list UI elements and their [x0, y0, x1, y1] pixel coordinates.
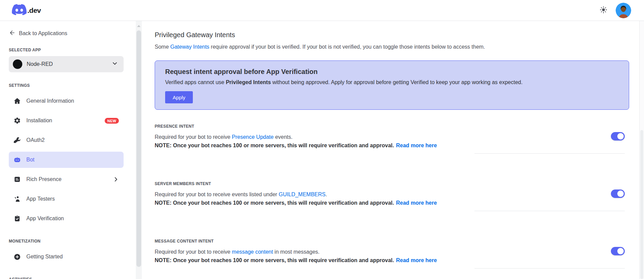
presence-intent-toggle[interactable] [611, 132, 625, 141]
chevron-right-icon [113, 176, 119, 182]
sidebar-item-label: OAuth2 [26, 137, 45, 143]
sidebar-item-label: App Testers [26, 196, 55, 202]
app-selector-dropdown[interactable]: Node-RED [9, 56, 124, 72]
sidebar-item-bot[interactable]: Bot [9, 152, 124, 168]
page-scrollbar[interactable] [639, 21, 644, 279]
sidebar-item-app-verification[interactable]: App Verification [9, 210, 124, 227]
read-more-link[interactable]: Read more here [396, 257, 437, 263]
user-avatar[interactable] [616, 3, 631, 18]
intent-note: NOTE: Once your bot reaches 100 or more … [155, 199, 629, 207]
sidebar-scrollbar-thumb[interactable] [136, 30, 141, 267]
sidebar-item-general-information[interactable]: General Information [9, 93, 124, 109]
settings-nav: General Information Installation NEW OAu… [9, 93, 124, 227]
chevron-down-icon [111, 60, 118, 68]
theme-toggle-button[interactable] [599, 6, 608, 15]
guild-members-link[interactable]: GUILD_MEMBERS [279, 192, 326, 197]
intent-description: Required for your bot to receive message… [155, 248, 629, 256]
gateway-intents-link[interactable]: Gateway Intents [170, 44, 209, 50]
intent-label: PRESENCE INTENT [155, 124, 629, 129]
sidebar-item-label: General Information [26, 98, 74, 104]
server-members-intent-section: SERVER MEMBERS INTENT Required for your … [155, 181, 629, 211]
app-avatar [13, 59, 22, 69]
sidebar-item-rich-presence[interactable]: Rich Presence [9, 171, 124, 187]
discord-developer-portal: .dev Back to Applications SELECTED APP [0, 0, 644, 279]
discord-dev-logo[interactable]: .dev [12, 4, 41, 17]
sidebar-item-label: Rich Presence [26, 176, 61, 182]
read-more-link[interactable]: Read more here [396, 143, 437, 148]
message-content-intent-section: MESSAGE CONTENT INTENT Required for your… [155, 239, 629, 269]
presence-intent-section: PRESENCE INTENT Required for your bot to… [155, 124, 629, 154]
section-divider [474, 268, 625, 269]
selected-app-name: Node-RED [27, 61, 107, 67]
scrollbar-up-arrow-icon[interactable] [137, 25, 140, 27]
intent-label: MESSAGE CONTENT INTENT [155, 239, 629, 244]
top-header: .dev [0, 0, 644, 21]
plus-circle-icon [14, 253, 21, 260]
sidebar-item-oauth2[interactable]: OAuth2 [9, 132, 124, 148]
bot-icon [14, 156, 21, 163]
person-icon [14, 195, 21, 203]
back-to-applications-link[interactable]: Back to Applications [9, 29, 124, 37]
sidebar-scrollbar[interactable] [136, 21, 142, 279]
server-members-intent-toggle[interactable] [611, 189, 625, 198]
sidebar-item-label: Getting Started [26, 254, 63, 260]
settings-section-label: SETTINGS [9, 83, 124, 88]
sidebar-item-label: App Verification [26, 215, 64, 222]
intro-text: Some Gateway Intents require approval if… [155, 43, 629, 51]
selected-app-label: SELECTED APP [9, 48, 124, 52]
sidebar: Back to Applications SELECTED APP Node-R… [0, 21, 136, 279]
document-icon [14, 176, 21, 183]
intent-description: Required for your bot to receive events … [155, 191, 629, 198]
read-more-link[interactable]: Read more here [396, 200, 437, 206]
monetization-section-label: MONETIZATION [9, 239, 124, 244]
intent-note: NOTE: Once your bot reaches 100 or more … [155, 256, 629, 264]
toggle-knob [617, 133, 624, 140]
main-content: Privileged Gateway Intents Some Gateway … [142, 21, 629, 279]
section-divider [474, 211, 625, 211]
notice-title: Request intent approval before App Verif… [165, 68, 619, 76]
intent-description: Required for your bot to receive Presenc… [155, 133, 629, 141]
back-arrow-icon [9, 29, 16, 37]
sidebar-item-label: Installation [26, 118, 52, 124]
sidebar-item-label: Bot [26, 157, 34, 163]
page-title: Privileged Gateway Intents [155, 31, 629, 39]
sidebar-item-app-testers[interactable]: App Testers [9, 191, 124, 207]
page-scrollbar-thumb[interactable] [640, 130, 643, 279]
presence-update-link[interactable]: Presence Update [232, 134, 274, 140]
intent-label: SERVER MEMBERS INTENT [155, 181, 629, 186]
back-to-applications-label: Back to Applications [19, 30, 67, 36]
toggle-knob [617, 248, 624, 254]
sidebar-item-installation[interactable]: Installation NEW [9, 112, 124, 129]
wrench-icon [14, 136, 21, 144]
toggle-knob [617, 191, 624, 197]
discord-logo-icon [12, 4, 27, 17]
brand-text: .dev [27, 6, 41, 15]
message-content-intent-toggle[interactable] [611, 247, 625, 255]
apply-button[interactable]: Apply [165, 91, 193, 103]
gear-icon [14, 117, 21, 124]
notice-body: Verified apps cannot use Privileged Inte… [165, 79, 619, 86]
intent-approval-notice: Request intent approval before App Verif… [155, 60, 629, 110]
sidebar-item-getting-started[interactable]: Getting Started [9, 249, 124, 265]
message-content-link[interactable]: message content [232, 249, 273, 255]
home-icon [14, 97, 21, 105]
activities-section-label: ACTIVITIES [9, 277, 124, 279]
section-divider [474, 153, 625, 154]
clipboard-check-icon [14, 215, 21, 222]
sun-icon [599, 6, 608, 15]
intent-note: NOTE: Once your bot reaches 100 or more … [155, 142, 629, 150]
new-badge: NEW [105, 118, 119, 124]
